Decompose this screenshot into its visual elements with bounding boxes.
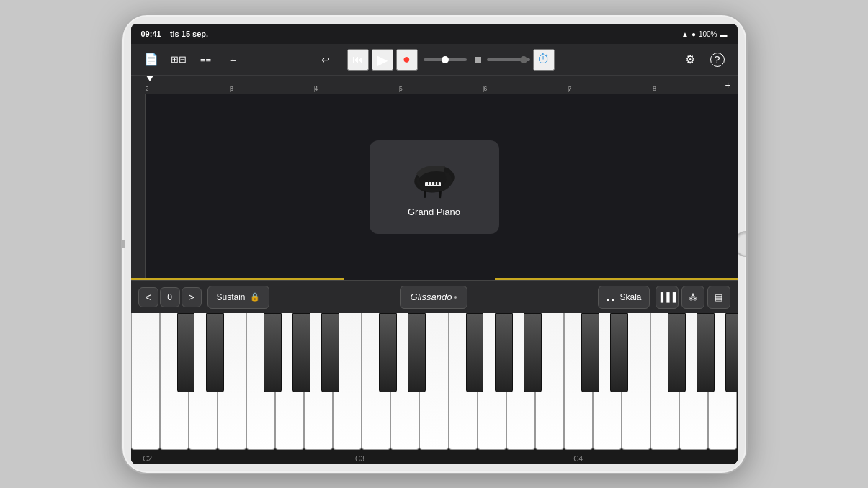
keys-container xyxy=(131,313,738,450)
volume-dot xyxy=(475,57,481,63)
ruler-mark-4: 5 xyxy=(399,85,483,92)
settings-button[interactable]: ⚙ xyxy=(679,48,702,71)
metronome-button[interactable]: ⏱ xyxy=(533,49,555,71)
record-icon: ● xyxy=(403,52,411,67)
svg-rect-4 xyxy=(428,182,429,185)
black-key-oct1-0[interactable] xyxy=(379,313,397,392)
ruler-mark-6: 7 xyxy=(568,85,653,92)
side-button xyxy=(121,240,125,248)
track-area: Grand Piano xyxy=(131,94,738,280)
ruler-mark-2: 3 xyxy=(230,85,314,92)
notes-icon: ♩♩ xyxy=(606,292,616,303)
document-icon: 📄 xyxy=(144,53,158,66)
wifi-icon: ▲ xyxy=(681,30,689,38)
rewind-button[interactable]: ⏮ xyxy=(347,49,369,71)
octave-down-button[interactable]: < xyxy=(138,287,158,307)
playhead-arrow xyxy=(146,76,153,81)
black-key-oct1-4[interactable] xyxy=(524,313,542,392)
status-bar: 09:41 tis 15 sep. ▲ ● 100% ▬ xyxy=(131,24,738,44)
status-time: 09:41 xyxy=(141,30,161,38)
list-view-button[interactable]: ▤ xyxy=(707,286,730,309)
undo-icon: ↩ xyxy=(321,54,330,65)
rewind-icon: ⏮ xyxy=(352,53,364,66)
black-key-oct0-0[interactable] xyxy=(177,313,195,392)
svg-rect-6 xyxy=(434,182,436,185)
black-key-oct2-3[interactable] xyxy=(697,313,715,392)
black-key-oct1-1[interactable] xyxy=(408,313,426,392)
record-button[interactable]: ● xyxy=(396,49,418,71)
chevron-right-icon: > xyxy=(188,292,194,303)
octave-up-button[interactable]: > xyxy=(182,287,202,307)
lock-icon: 🔒 xyxy=(250,292,260,302)
view-buttons: ▐▐▐ ⁂ ▤ xyxy=(656,286,730,309)
octave-control: < 0 > xyxy=(138,287,202,307)
play-button[interactable]: ▶ xyxy=(372,49,393,71)
black-key-oct1-2[interactable] xyxy=(466,313,484,392)
track-gold-line xyxy=(131,278,738,280)
mixer-button[interactable]: ≡≡ xyxy=(194,48,218,71)
black-key-oct1-3[interactable] xyxy=(495,313,513,392)
screen: 09:41 tis 15 sep. ▲ ● 100% ▬ 📄 ⊞⊟ ≡≡ xyxy=(131,24,738,464)
ruler-marks: 2 3 4 5 6 7 8 xyxy=(131,85,738,92)
volume-slider[interactable] xyxy=(424,58,467,61)
sliders-icon: ⫠ xyxy=(228,54,238,65)
status-indicators: ▲ ● 100% ▬ xyxy=(681,30,728,38)
c3-label: C3 xyxy=(355,455,364,463)
white-key-0[interactable] xyxy=(131,313,160,450)
signal-icon: ● xyxy=(692,30,696,38)
black-key-oct0-4[interactable] xyxy=(321,313,339,392)
gear-icon: ⚙ xyxy=(685,53,695,66)
battery-icon: ▬ xyxy=(720,30,728,38)
help-icon: ? xyxy=(710,53,725,67)
chevron-left-icon: < xyxy=(145,292,151,303)
track-header xyxy=(131,94,146,280)
add-track-button[interactable]: + xyxy=(722,78,735,91)
chord-view-button[interactable]: ⁂ xyxy=(681,286,704,309)
glissando-dot xyxy=(454,296,457,299)
controls-bar: < 0 > Sustain 🔒 Glissando ♩♩ Skala xyxy=(131,280,738,313)
black-key-oct0-3[interactable] xyxy=(292,313,310,392)
smart-controls-button[interactable]: ⫠ xyxy=(222,48,245,71)
play-icon: ▶ xyxy=(377,51,388,68)
scala-label: Skala xyxy=(619,292,641,302)
mixer-icon: ≡≡ xyxy=(200,54,211,65)
piano-view-button[interactable]: ▐▐▐ xyxy=(656,286,679,309)
sustain-label: Sustain xyxy=(217,292,246,302)
chord-icon: ⁂ xyxy=(689,292,697,302)
status-date: tis 15 sep. xyxy=(170,30,208,38)
black-key-oct2-0[interactable] xyxy=(581,313,599,392)
scala-button[interactable]: ♩♩ Skala xyxy=(598,286,649,309)
tempo-slider[interactable] xyxy=(487,58,530,61)
volume-thumb xyxy=(442,56,449,63)
svg-rect-7 xyxy=(437,182,439,185)
black-key-oct2-1[interactable] xyxy=(610,313,628,392)
black-key-oct2-4[interactable] xyxy=(725,313,737,392)
undo-button[interactable]: ↩ xyxy=(314,48,337,71)
black-key-oct2-2[interactable] xyxy=(668,313,686,392)
black-key-oct0-1[interactable] xyxy=(206,313,224,392)
black-key-oct0-2[interactable] xyxy=(264,313,282,392)
new-track-button[interactable]: 📄 xyxy=(140,48,163,71)
ruler-mark-1: 2 xyxy=(146,85,230,92)
instrument-name: Grand Piano xyxy=(408,207,460,217)
track-view-button[interactable]: ⊞⊟ xyxy=(167,48,190,71)
toolbar: 📄 ⊞⊟ ≡≡ ⫠ ↩ ⏮ ▶ xyxy=(131,44,738,76)
ruler-mark-5: 6 xyxy=(483,85,568,92)
c2-label: C2 xyxy=(143,455,152,463)
glissando-button[interactable]: Glissando xyxy=(400,286,468,309)
battery-percent: 100% xyxy=(699,30,717,38)
tempo-thumb xyxy=(520,56,527,63)
piano-keys-icon: ▐▐▐ xyxy=(658,292,676,302)
piano-keyboard: C2 C3 C4 xyxy=(131,313,738,464)
c4-label: C4 xyxy=(573,455,583,463)
instrument-card[interactable]: Grand Piano xyxy=(370,140,499,234)
metronome-icon: ⏱ xyxy=(537,52,550,67)
transport-controls: ↩ ⏮ ▶ ● ⏱ xyxy=(314,48,555,71)
svg-rect-5 xyxy=(431,182,432,185)
timeline-ruler: 2 3 4 5 6 7 8 + xyxy=(131,76,738,94)
ruler-mark-3: 4 xyxy=(314,85,398,92)
sustain-button[interactable]: Sustain 🔒 xyxy=(207,286,269,309)
grand-piano-icon xyxy=(409,158,460,201)
help-button[interactable]: ? xyxy=(706,48,729,71)
note-labels: C2 C3 C4 xyxy=(131,450,738,464)
